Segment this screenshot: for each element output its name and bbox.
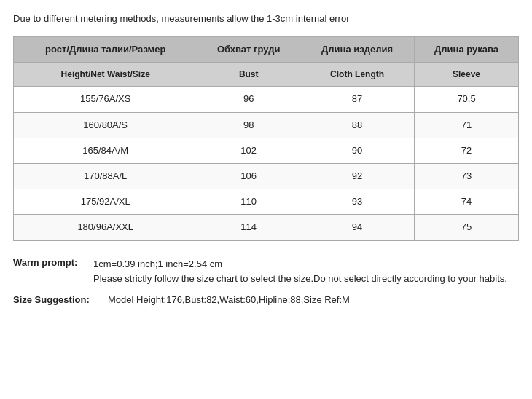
cell-bust: 110: [197, 189, 300, 215]
cell-sleeve: 74: [415, 189, 519, 215]
table-row: 160/80A/S988871: [14, 112, 519, 138]
table-header-ru: рост/Длина талии/Размер Обхват груди Дли…: [14, 36, 519, 62]
cell-size: 160/80A/S: [14, 112, 197, 138]
cell-size: 155/76A/XS: [14, 87, 197, 112]
cell-cloth: 94: [300, 215, 415, 240]
cell-bust: 114: [197, 215, 300, 240]
table-row: 175/92A/XL1109374: [14, 189, 519, 215]
table-row: 155/76A/XS968770.5: [14, 87, 519, 112]
cell-size: 170/88A/L: [14, 164, 197, 189]
warm-section: Warm prompt: 1cm=0.39 inch;1 inch=2.54 c…: [13, 257, 519, 288]
col-size-en: Height/Net Waist/Size: [14, 62, 197, 87]
size-table: рост/Длина талии/Размер Обхват груди Дли…: [13, 36, 519, 241]
warm-row: Warm prompt: 1cm=0.39 inch;1 inch=2.54 c…: [13, 257, 519, 288]
cell-bust: 98: [197, 112, 300, 138]
warm-line1: 1cm=0.39 inch;1 inch=2.54 cm: [93, 257, 507, 272]
error-note: Due to different metering methods, measu…: [13, 12, 519, 26]
col-size-ru: рост/Длина талии/Размер: [14, 36, 197, 62]
warm-label: Warm prompt:: [13, 257, 93, 268]
cell-sleeve: 71: [415, 112, 519, 138]
cell-size: 165/84A/M: [14, 138, 197, 163]
cell-size: 180/96A/XXL: [14, 215, 197, 240]
cell-cloth: 93: [300, 189, 415, 215]
cell-cloth: 87: [300, 87, 415, 112]
cell-bust: 102: [197, 138, 300, 163]
cell-cloth: 88: [300, 112, 415, 138]
col-bust-ru: Обхват груди: [197, 36, 300, 62]
table-header-en: Height/Net Waist/Size Bust Cloth Length …: [14, 62, 519, 87]
col-sleeve-en: Sleeve: [415, 62, 519, 87]
col-sleeve-ru: Длина рукава: [415, 36, 519, 62]
suggestion-text: Model Height:176,Bust:82,Waist:60,Hiplin…: [108, 294, 350, 305]
warm-content: 1cm=0.39 inch;1 inch=2.54 cm Please stri…: [93, 257, 507, 288]
col-cloth-ru: Длина изделия: [300, 36, 415, 62]
suggestion-label: Size Suggestion:: [13, 294, 108, 305]
cell-sleeve: 70.5: [415, 87, 519, 112]
size-suggestion-row: Size Suggestion: Model Height:176,Bust:8…: [13, 294, 519, 305]
cell-cloth: 92: [300, 164, 415, 189]
cell-bust: 106: [197, 164, 300, 189]
col-cloth-en: Cloth Length: [300, 62, 415, 87]
cell-sleeve: 75: [415, 215, 519, 240]
table-row: 180/96A/XXL1149475: [14, 215, 519, 240]
cell-sleeve: 73: [415, 164, 519, 189]
cell-bust: 96: [197, 87, 300, 112]
cell-sleeve: 72: [415, 138, 519, 163]
warm-line2: Please strictly follow the size chart to…: [93, 272, 507, 287]
cell-size: 175/92A/XL: [14, 189, 197, 215]
table-row: 170/88A/L1069273: [14, 164, 519, 189]
col-bust-en: Bust: [197, 62, 300, 87]
table-row: 165/84A/M1029072: [14, 138, 519, 163]
cell-cloth: 90: [300, 138, 415, 163]
